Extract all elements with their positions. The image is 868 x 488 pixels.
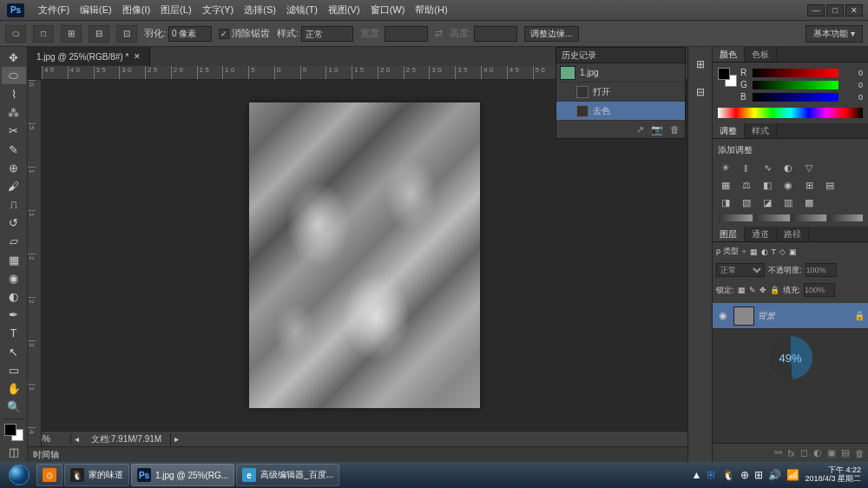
selection-mode-add-icon[interactable]: ⊞: [61, 25, 82, 43]
tab-layers[interactable]: 图层: [713, 227, 745, 241]
menu-help[interactable]: 帮助(H): [410, 3, 452, 16]
adj-levels-icon[interactable]: ⫿: [739, 161, 754, 175]
adj-curves-icon[interactable]: ∿: [760, 161, 775, 175]
quickmask-icon[interactable]: ◫: [2, 444, 26, 461]
tab-color[interactable]: 颜色: [713, 47, 745, 62]
brush-tool-icon[interactable]: 🖌: [2, 177, 26, 195]
taskbar-item[interactable]: Ps1.jpg @ 25%(RG...: [131, 464, 234, 486]
adj-threshold-icon[interactable]: ◪: [760, 195, 775, 209]
menu-select[interactable]: 选择(S): [239, 3, 281, 16]
flyout-icon[interactable]: ▸: [171, 434, 182, 444]
lock-pixels-icon[interactable]: ✎: [749, 286, 756, 294]
heal-tool-icon[interactable]: ⊕: [2, 159, 26, 176]
maximize-button[interactable]: □: [826, 4, 844, 16]
hand-tool-icon[interactable]: ✋: [2, 379, 26, 397]
panel-icon-2[interactable]: ⊟: [692, 83, 709, 101]
tray-network-icon[interactable]: ⊞: [754, 469, 763, 481]
tab-channels[interactable]: 通道: [745, 227, 777, 241]
adj-vibrance-icon[interactable]: ▽: [801, 161, 817, 175]
pen-tool-icon[interactable]: ✒: [2, 307, 26, 324]
opacity-input[interactable]: [806, 263, 837, 277]
adj-bw-icon[interactable]: ◧: [760, 178, 775, 192]
menu-filter[interactable]: 滤镜(T): [281, 3, 323, 16]
menu-view[interactable]: 视图(V): [323, 3, 365, 16]
tray-icon[interactable]: ⊕: [740, 469, 749, 481]
feather-input[interactable]: [168, 26, 212, 42]
adj-lookup-icon[interactable]: ▤: [822, 178, 838, 192]
lock-all-icon[interactable]: 🔒: [770, 286, 779, 294]
style-select[interactable]: 正常: [301, 26, 353, 42]
adj-photo-icon[interactable]: ◉: [780, 178, 796, 192]
adj-hue-icon[interactable]: ▦: [718, 178, 733, 192]
adj-balance-icon[interactable]: ⚖: [739, 178, 754, 192]
color-swatch[interactable]: [4, 424, 23, 441]
snapshot-icon[interactable]: 📷: [651, 124, 663, 135]
fill-input[interactable]: [804, 283, 835, 297]
tab-close-icon[interactable]: ✕: [134, 52, 141, 61]
doc-info[interactable]: 文档:7.91M/7.91M: [82, 433, 171, 445]
stamp-tool-icon[interactable]: ⎍: [2, 196, 26, 214]
tray-icon[interactable]: 🐧: [722, 469, 735, 481]
history-document[interactable]: 1.jpg: [556, 63, 685, 82]
adj-poster-icon[interactable]: ▧: [739, 195, 754, 209]
lasso-tool-icon[interactable]: ⌇: [2, 85, 26, 102]
selection-mode-int-icon[interactable]: ⊡: [116, 25, 137, 43]
scroll-left-icon[interactable]: ◂: [71, 434, 82, 444]
wand-tool-icon[interactable]: ⁂: [2, 104, 26, 122]
timeline-panel[interactable]: 时间轴: [28, 446, 687, 462]
adj-brightness-icon[interactable]: ☀: [718, 161, 733, 175]
lock-pos-icon[interactable]: ✥: [760, 286, 766, 294]
link-icon[interactable]: ⚯: [774, 447, 782, 458]
visibility-icon[interactable]: ◉: [716, 310, 730, 321]
crop-tool-icon[interactable]: ✂: [2, 122, 26, 140]
selection-mode-new-icon[interactable]: □: [33, 25, 54, 43]
filter-adjust-icon[interactable]: ◐: [761, 247, 768, 256]
tab-swatches[interactable]: 色板: [745, 47, 777, 62]
mask-icon[interactable]: ◻: [800, 447, 808, 458]
lock-trans-icon[interactable]: ▦: [738, 286, 746, 294]
ruler-vertical[interactable]: 051122334: [28, 80, 42, 446]
history-brush-tool-icon[interactable]: ↺: [2, 214, 26, 232]
adj-exposure-icon[interactable]: ◐: [780, 161, 796, 175]
history-step[interactable]: 打开: [556, 82, 685, 102]
blur-tool-icon[interactable]: ◉: [2, 269, 26, 287]
menu-layer[interactable]: 图层(L): [155, 3, 196, 16]
minimize-button[interactable]: —: [807, 4, 825, 16]
blend-mode-select[interactable]: 正常: [716, 263, 765, 277]
adj-layer-icon[interactable]: ◐: [813, 447, 822, 458]
type-tool-icon[interactable]: T: [2, 325, 26, 342]
selection-mode-sub-icon[interactable]: ⊟: [89, 25, 109, 43]
tab-paths[interactable]: 路径: [777, 227, 809, 241]
taskbar-item[interactable]: ⊙: [36, 464, 62, 486]
tab-styles[interactable]: 样式: [745, 123, 777, 138]
fx-icon[interactable]: fx: [787, 448, 795, 458]
r-slider[interactable]: [753, 69, 838, 77]
tray-shield-icon[interactable]: ⛨: [707, 469, 717, 481]
tool-preset-icon[interactable]: ⬭: [5, 25, 26, 43]
taskbar-item[interactable]: e高级编辑器_百度...: [236, 464, 339, 486]
history-step[interactable]: 去色: [556, 102, 685, 121]
taskbar-item[interactable]: 🐧家的味道: [64, 464, 129, 486]
trash-icon[interactable]: 🗑: [855, 448, 865, 458]
b-slider[interactable]: [753, 93, 838, 102]
layer-item[interactable]: ◉ 背景 🔒: [713, 303, 868, 329]
new-layer-icon[interactable]: ▤: [841, 447, 850, 458]
move-tool-icon[interactable]: ✥: [2, 49, 26, 66]
menu-window[interactable]: 窗口(W): [365, 3, 411, 16]
menu-image[interactable]: 图像(I): [117, 3, 155, 16]
filter-pixel-icon[interactable]: ▦: [750, 247, 758, 256]
tab-adjustments[interactable]: 调整: [713, 123, 745, 138]
delete-icon[interactable]: 🗑: [670, 124, 680, 135]
layer-name[interactable]: 背景: [758, 310, 854, 322]
adj-selcolor-icon[interactable]: ▩: [801, 195, 817, 209]
refine-edge-button[interactable]: 调整边缘...: [524, 26, 578, 42]
group-icon[interactable]: ▣: [827, 447, 836, 458]
workspace-select[interactable]: 基本功能 ▾: [806, 25, 863, 43]
shape-tool-icon[interactable]: ▭: [2, 361, 26, 379]
document-tab[interactable]: 1.jpg @ 25%(RGB/8#) *✕: [28, 47, 150, 66]
dodge-tool-icon[interactable]: ◐: [2, 287, 26, 305]
start-button[interactable]: [3, 464, 35, 486]
history-title[interactable]: 历史记录: [556, 48, 685, 63]
spectrum-bar[interactable]: [718, 108, 863, 118]
filter-shape-icon[interactable]: ◇: [779, 247, 786, 256]
